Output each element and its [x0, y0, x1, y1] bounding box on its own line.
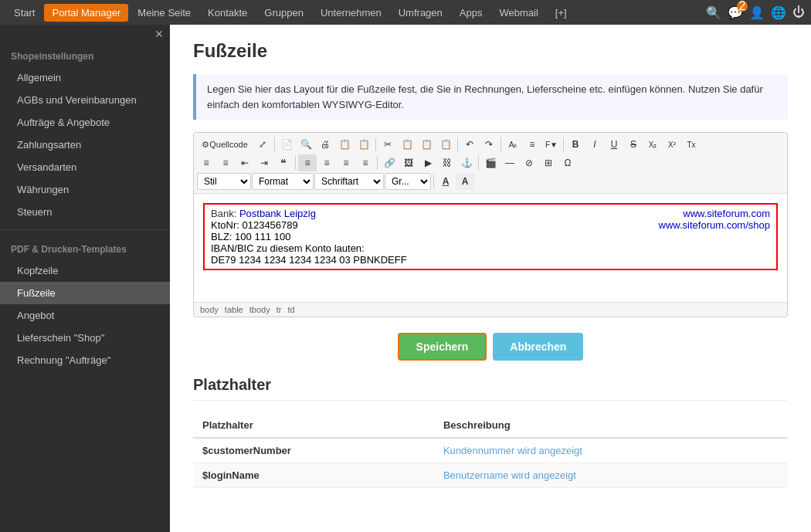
align-justify-button[interactable]: ≡: [356, 154, 375, 171]
format-dd-button[interactable]: F▼: [542, 136, 561, 153]
print-button[interactable]: 🖨: [316, 136, 334, 153]
cut-button[interactable]: ✂: [378, 136, 397, 153]
undo-button[interactable]: ↶: [460, 136, 479, 153]
nav-kontakte[interactable]: Kontakte: [200, 4, 255, 22]
underline-button[interactable]: U: [605, 136, 623, 153]
new-doc-button[interactable]: 📄: [277, 136, 296, 153]
format-select[interactable]: Format: [252, 173, 314, 190]
sidebar-item-waehrungen[interactable]: Währungen: [0, 178, 170, 201]
table-button[interactable]: ⊞: [539, 154, 558, 171]
nav-plus[interactable]: [+]: [548, 4, 575, 22]
sidebar-item-angebot[interactable]: Angebot: [0, 304, 170, 327]
special-char-button[interactable]: Ω: [558, 154, 577, 171]
cancel-button[interactable]: Abbrechen: [493, 333, 583, 361]
power-icon[interactable]: ⏻: [792, 5, 805, 19]
subscript-button[interactable]: X₂: [643, 136, 662, 153]
outdent-button[interactable]: ⇤: [236, 154, 254, 171]
status-tr[interactable]: tr: [277, 305, 282, 314]
table-cell-left: Bank: Postbank Leipzig KtoNr: 0123456789…: [204, 204, 584, 269]
top-navigation: Start Portal Manager Meine Seite Kontakt…: [0, 0, 811, 25]
platzhalter-title: Platzhalter: [193, 376, 788, 401]
paste-button[interactable]: 📋: [417, 136, 436, 153]
bg-color-button[interactable]: A: [456, 173, 474, 190]
align-right-button[interactable]: ≡: [337, 154, 355, 171]
redo-button[interactable]: ↷: [480, 136, 498, 153]
bold-button[interactable]: B: [566, 136, 585, 153]
nobreak-button[interactable]: —: [501, 154, 519, 171]
sidebar-item-kopfzeile[interactable]: Kopfzeile: [0, 259, 170, 282]
nav-meine-seite[interactable]: Meine Seite: [130, 4, 199, 22]
wysiwyg-editor: ⚙ Quellcode ⤢ 📄 🔍 🖨 📋 📋 ✂ 📋 📋 📋: [193, 132, 788, 317]
sidebar-item-fusszeile[interactable]: Fußzeile: [0, 282, 170, 304]
templates-button[interactable]: 📋: [335, 136, 354, 153]
unlink-button[interactable]: ⛓: [438, 154, 456, 171]
globe-icon[interactable]: 🌐: [771, 5, 786, 20]
font-color-button[interactable]: A: [436, 173, 455, 190]
url1-line: www.siteforum.com: [590, 208, 770, 219]
save-button[interactable]: Speichern: [398, 333, 487, 361]
italic-button[interactable]: I: [585, 136, 604, 153]
copy-button[interactable]: 📋: [398, 136, 416, 153]
hline-button[interactable]: ⊘: [520, 154, 538, 171]
sidebar-item-allgemein[interactable]: Allgemein: [0, 66, 170, 89]
nav-portal-manager[interactable]: Portal Manager: [44, 4, 128, 22]
schriftart-select[interactable]: Schriftart: [314, 173, 384, 190]
url1: www.siteforum.com: [683, 208, 770, 219]
blz-value: 100 111 100: [235, 231, 290, 242]
video-button[interactable]: 🎬: [481, 154, 500, 171]
groesse-select[interactable]: Gr...: [385, 173, 431, 190]
align-center-button[interactable]: ≡: [317, 154, 336, 171]
indent-button[interactable]: ⇥: [255, 154, 273, 171]
ul-button[interactable]: ≡: [216, 154, 235, 171]
preview-button[interactable]: 🔍: [297, 136, 315, 153]
sidebar-item-zahlungsarten[interactable]: Zahlungsarten: [0, 134, 170, 156]
notifications-icon[interactable]: 💬 2: [728, 5, 743, 20]
align-left-button[interactable]: ≡: [298, 154, 317, 171]
strike-button[interactable]: S: [624, 136, 643, 153]
blockquote-button[interactable]: ❝: [274, 154, 293, 171]
sidebar-item-agbs[interactable]: AGBs und Vereinbarungen: [0, 89, 170, 111]
sidebar-section-pdf: PDF & Drucken-Templates: [0, 236, 170, 259]
expand-button[interactable]: ⤢: [253, 136, 272, 153]
sidebar-item-lieferschein[interactable]: Lieferschein "Shop": [0, 327, 170, 349]
notification-badge: 2: [737, 1, 748, 12]
close-icon: ✕: [154, 28, 164, 40]
extra-btn[interactable]: 📋: [355, 136, 373, 153]
sidebar: ✕ Shopeinstellungen Allgemein AGBs und V…: [0, 25, 170, 532]
nav-unternehmen[interactable]: Unternehmen: [313, 4, 389, 22]
sidebar-item-auftraege[interactable]: Aufträge & Angebote: [0, 111, 170, 134]
info-box: Legen Sie hier das Layout für die Fußzei…: [193, 74, 788, 120]
nav-webmail[interactable]: Webmail: [491, 4, 545, 22]
editor-statusbar: body table tbody tr td: [194, 302, 787, 317]
search-icon[interactable]: 🔍: [706, 5, 721, 20]
ol-button[interactable]: ≡: [197, 154, 215, 171]
col-platzhalter: Platzhalter: [193, 413, 434, 438]
source-button[interactable]: ⚙ Quellcode: [197, 136, 253, 153]
nav-apps[interactable]: Apps: [452, 4, 490, 22]
flash-button[interactable]: ▶: [419, 154, 437, 171]
sidebar-item-rechnung[interactable]: Rechnung "Aufträge": [0, 349, 170, 371]
status-body[interactable]: body: [200, 305, 219, 314]
stil-select[interactable]: Stil: [197, 173, 251, 190]
sidebar-divider: [0, 229, 170, 230]
sidebar-item-versandarten[interactable]: Versandarten: [0, 156, 170, 178]
sidebar-close-button[interactable]: ✕: [0, 25, 170, 43]
status-td[interactable]: td: [287, 305, 294, 314]
image-button[interactable]: 🖼: [399, 154, 418, 171]
superscript-button[interactable]: X²: [663, 136, 681, 153]
sidebar-item-steuern[interactable]: Steuern: [0, 201, 170, 223]
paste-plain-button[interactable]: 📋: [436, 136, 455, 153]
anchor-button[interactable]: ⚓: [457, 154, 476, 171]
status-tbody[interactable]: tbody: [249, 305, 270, 314]
remove-format-button[interactable]: Tx: [682, 136, 701, 153]
nav-umfragen[interactable]: Umfragen: [391, 4, 450, 22]
nav-gruppen[interactable]: Gruppen: [256, 4, 311, 22]
editor-content-area[interactable]: Bank: Postbank Leipzig KtoNr: 0123456789…: [194, 194, 787, 302]
status-table[interactable]: table: [225, 305, 243, 314]
nav-start[interactable]: Start: [6, 4, 42, 22]
page-title: Fußzeile: [193, 40, 788, 62]
format-block-button[interactable]: ≡: [523, 136, 541, 153]
find-button[interactable]: Aᵦ: [504, 136, 522, 153]
link-button[interactable]: 🔗: [380, 154, 399, 171]
user-icon[interactable]: 👤: [749, 5, 765, 20]
